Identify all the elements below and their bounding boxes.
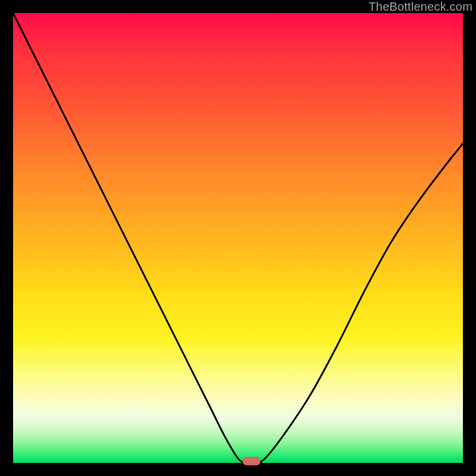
chart-overlay (13, 13, 463, 463)
chart-stage: TheBottleneck.com (0, 0, 476, 476)
watermark-text: TheBottleneck.com (368, 0, 472, 14)
bottleneck-curve (13, 13, 463, 464)
optimum-marker (243, 457, 261, 465)
